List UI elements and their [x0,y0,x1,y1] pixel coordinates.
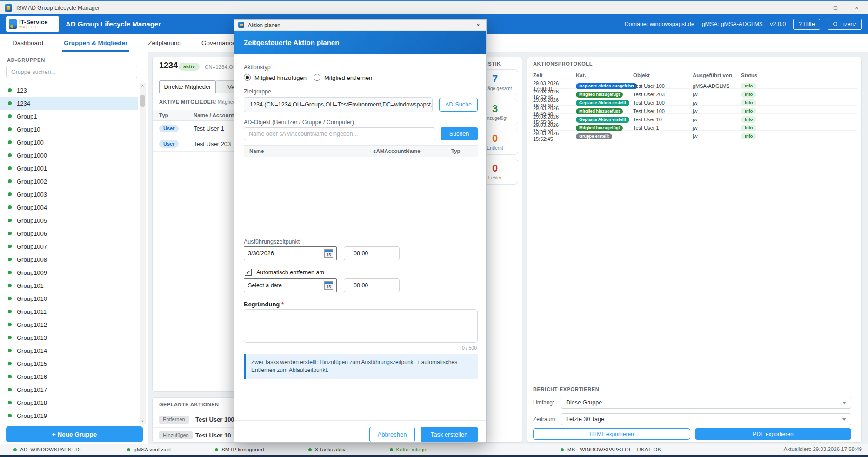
tab-zeitplanung[interactable]: Zeitplanung [146,34,183,52]
license-button[interactable]: Lizenz [828,19,862,30]
tab-dashboard[interactable]: Dashboard [11,34,45,52]
create-task-button[interactable]: Task erstellen [421,427,478,442]
remove-date-picker[interactable]: Select a date 15 [244,278,337,292]
group-list-item[interactable]: Group1015 [0,357,138,370]
group-list-item[interactable]: Group1000 [0,149,138,162]
group-list-item[interactable]: Group1010 [0,292,138,305]
protocol-row: 29.03.2026 16:49:40Geplante Aktion erste… [533,97,857,106]
protocol-category-badge: Geplante Aktion ausgeführt [576,83,637,89]
group-status-dot [8,101,12,105]
group-list-item[interactable]: Group1011 [0,305,138,318]
protocol-column-header: Status [741,73,857,78]
group-list-item[interactable]: Group1018 [0,396,138,409]
group-list-item[interactable]: Group1004 [0,201,138,214]
group-list-item[interactable]: Group100 [0,136,138,149]
group-name-label: Group1002 [17,178,47,185]
reason-textarea[interactable] [244,309,478,343]
search-button[interactable]: Suchen [441,127,478,140]
group-list-item[interactable]: Group1002 [0,175,138,188]
radio-remove-member[interactable] [314,74,320,81]
protocol-object: Test User 203 [633,92,693,97]
group-list-item[interactable]: Group1001 [0,162,138,175]
exec-time-label: Ausführungszeitpunkt [244,238,300,245]
page-title: AD Group Lifecycle Manager [66,20,161,28]
protocol-row: 29.03.2026 17:00:01Geplante Aktion ausge… [533,80,857,89]
group-list-item[interactable]: Group1005 [0,214,138,227]
group-status-dot [8,284,12,287]
calendar-icon[interactable]: 15 [324,281,333,290]
cancel-button[interactable]: Abbrechen [369,427,415,442]
help-button[interactable]: ? Hilfe [793,19,820,30]
action-protocol-panel: AKTIONSPROTOKOLL ZeitKat.ObjektAusgeführ… [527,57,862,443]
group-list-item[interactable]: Group1012 [0,318,138,331]
exec-date-picker[interactable]: 3/30/2026 15 [244,246,337,260]
group-status-dot [8,153,12,157]
auto-remove-checkbox[interactable]: ✓ [245,269,252,276]
group-list-item[interactable]: Group1 [0,110,138,123]
action-type-label: Aktionstyp [244,64,271,71]
maximize-button[interactable]: □ [825,1,846,14]
scope-select[interactable]: Diese Gruppe [561,397,851,409]
export-html-button[interactable]: HTML exportieren [533,428,690,440]
group-list-item[interactable]: Group1003 [0,188,138,201]
protocol-status-badge: Info [741,116,756,123]
group-name: 1234 [159,61,178,71]
tab-direkte-mitglieder[interactable]: Direkte Mitglieder [159,80,216,93]
status-dot [561,448,564,451]
group-status-dot [8,349,12,352]
group-name-label: Group1 [17,113,37,120]
group-name-label: Group1000 [17,152,47,159]
group-status-dot [8,271,12,274]
protocol-category-badge: Mitglied hinzugefügt [576,108,623,114]
chevron-down-icon [842,402,846,404]
protocol-column-header: Ausgeführt von [693,73,741,78]
protocol-executed-by: jw [693,100,741,106]
group-list-item[interactable]: Group1007 [0,240,138,253]
export-pdf-button[interactable]: PDF exportieren [695,428,851,440]
protocol-column-header: Kat. [576,73,633,78]
dialog-close-icon[interactable]: × [470,20,486,31]
group-name-label: Group10 [17,126,40,133]
radio-remove-label: Mitglied entfernen [324,74,372,81]
radio-add-member[interactable] [244,74,251,81]
it-service-logo-icon [9,19,17,29]
group-list-item[interactable]: Group1016 [0,370,138,383]
protocol-status-badge: Info [741,133,756,139]
close-button[interactable]: × [846,1,868,14]
sidebar-scrollbar[interactable]: ∧ ∨ [140,83,146,424]
group-list-item[interactable]: Group1009 [0,266,138,279]
stat-value: 3 [492,104,498,114]
ad-object-input[interactable] [244,127,435,140]
group-list-item[interactable]: Group1017 [0,383,138,396]
group-list-item[interactable]: Group1006 [0,227,138,240]
range-select[interactable]: Letzte 30 Tage [561,413,851,425]
group-status-dot [8,323,12,326]
ad-search-button[interactable]: AD-Suche [439,98,478,112]
exec-time-input[interactable]: 08:00 [344,246,400,260]
group-list-item[interactable]: Group101 [0,279,138,292]
group-name-label: Group1009 [17,269,47,276]
group-list-item[interactable]: 123 [0,84,138,97]
protocol-executed-by: jw [693,117,741,122]
group-list-item[interactable]: Group10 [0,123,138,136]
group-list-item[interactable]: 1234 [0,97,138,110]
scrollbar-thumb[interactable] [140,95,145,107]
remove-time-input[interactable]: 00:00 [344,278,400,292]
statusbar-item-label: 3 Tasks aktiv [315,447,346,452]
minimize-button[interactable]: – [803,1,825,14]
protocol-executed-by: jw [693,92,741,97]
tab-governance[interactable]: Governance [200,34,238,52]
license-icon [833,22,837,26]
group-list-item[interactable]: Group1008 [0,253,138,266]
group-search-input[interactable] [6,66,137,78]
tab-gruppen-mitglieder[interactable]: Gruppen & Mitglieder [62,34,129,52]
scroll-down-icon[interactable]: ∨ [140,419,146,423]
calendar-icon[interactable]: 15 [324,249,333,258]
group-list-item[interactable]: Group1013 [0,331,138,344]
group-list-item[interactable]: Group1019 [0,409,138,422]
new-group-button[interactable]: + Neue Gruppe [6,426,143,442]
protocol-object: Test User 100 [633,108,693,114]
statusbar-item-label: AD: WINDOWSPAPST.DE [20,447,83,452]
scroll-up-icon[interactable]: ∧ [140,84,146,88]
group-list-item[interactable]: Group1014 [0,344,138,357]
